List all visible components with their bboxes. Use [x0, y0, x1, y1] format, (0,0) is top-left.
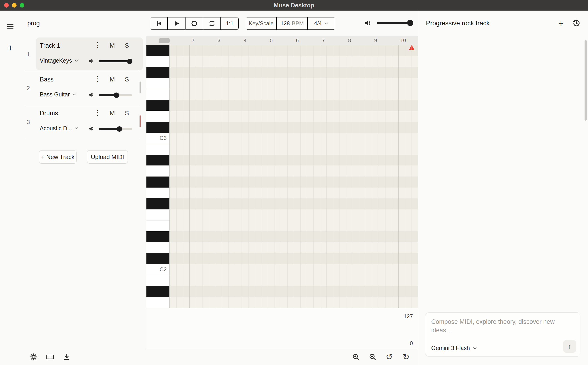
scroll-position-pill[interactable]: [159, 38, 170, 43]
piano-key[interactable]: [146, 275, 169, 286]
track-name[interactable]: Bass: [40, 76, 54, 83]
mute-button[interactable]: M: [110, 42, 115, 49]
piano-key[interactable]: [146, 165, 169, 176]
track-volume-icon[interactable]: [88, 58, 95, 65]
new-track-button[interactable]: + New Track: [39, 150, 77, 164]
track-volume-icon[interactable]: [88, 91, 95, 99]
track-volume-icon[interactable]: [88, 126, 95, 133]
track-volume-slider[interactable]: [99, 60, 132, 62]
piano-key[interactable]: C3: [146, 133, 169, 144]
musical-typing-button[interactable]: [45, 352, 55, 362]
track-name[interactable]: Drums: [40, 110, 58, 117]
piano-key[interactable]: [146, 220, 169, 231]
instrument-selector[interactable]: Bass Guitar: [40, 91, 77, 98]
time-signature-selector[interactable]: 4/4: [308, 17, 335, 30]
menu-button[interactable]: [5, 21, 16, 32]
zoom-window-button[interactable]: [20, 3, 24, 7]
piano-key[interactable]: [146, 67, 169, 78]
track-menu-icon[interactable]: ⋮: [94, 41, 101, 49]
track-row[interactable]: 3Drums⋮MSAcoustic D...: [21, 105, 146, 139]
minimize-window-button[interactable]: [12, 3, 17, 7]
piano-key[interactable]: [146, 242, 169, 253]
model-selector[interactable]: Gemini 3 Flash: [431, 345, 477, 351]
piano-key[interactable]: [146, 231, 169, 242]
bar-number: 8: [348, 36, 351, 45]
upload-midi-button[interactable]: Upload MIDI: [87, 150, 128, 164]
zoom-in-button[interactable]: [351, 352, 361, 362]
history-button[interactable]: [572, 19, 580, 28]
settings-button[interactable]: [28, 352, 39, 362]
track-menu-icon[interactable]: ⋮: [94, 75, 101, 83]
bpm-control[interactable]: 128 BPM: [277, 17, 308, 30]
master-volume-knob[interactable]: [407, 20, 413, 26]
send-button[interactable]: ↑: [563, 340, 576, 353]
instrument-selector[interactable]: VintageKeys: [40, 57, 79, 64]
master-volume-slider[interactable]: [377, 22, 412, 24]
close-window-button[interactable]: [4, 3, 9, 7]
skip-to-start-button[interactable]: [150, 17, 168, 30]
scrollbar-thumb[interactable]: [585, 40, 587, 121]
gear-icon: [30, 353, 37, 361]
project-name[interactable]: prog: [27, 11, 40, 36]
track-volume-knob[interactable]: [127, 59, 132, 64]
record-button[interactable]: [185, 17, 203, 30]
piano-key[interactable]: [146, 155, 169, 166]
zoom-ratio-button[interactable]: 1:1: [221, 17, 239, 30]
piano-key[interactable]: [146, 78, 169, 89]
track-volume-knob[interactable]: [114, 92, 119, 98]
instrument-name: Bass Guitar: [40, 91, 70, 98]
piano-key[interactable]: [146, 111, 169, 122]
timeline-ruler[interactable]: 2345678910: [146, 36, 418, 45]
export-midi-button[interactable]: [61, 352, 72, 362]
piano-key[interactable]: [146, 176, 169, 188]
playhead-marker-icon[interactable]: [409, 45, 414, 50]
velocity-lane[interactable]: 127 0: [146, 308, 418, 349]
track-volume-slider[interactable]: [99, 128, 132, 130]
solo-button[interactable]: S: [125, 76, 129, 83]
track-volume-slider[interactable]: [99, 94, 132, 96]
piano-key[interactable]: [146, 286, 169, 297]
master-volume-icon[interactable]: [364, 19, 372, 28]
loop-button[interactable]: [203, 17, 221, 30]
history-icon: [572, 19, 580, 27]
solo-button[interactable]: S: [125, 110, 129, 117]
undo-icon: ↺: [386, 352, 393, 362]
key-label: C3: [160, 135, 167, 141]
track-row[interactable]: 2Bass⋮MSBass Guitar: [21, 71, 146, 105]
piano-key[interactable]: [146, 89, 169, 100]
new-chat-button[interactable]: +: [557, 18, 565, 28]
redo-button[interactable]: ↻: [401, 352, 411, 362]
undo-button[interactable]: ↺: [384, 352, 394, 362]
piano-key[interactable]: [146, 188, 169, 199]
piano-key[interactable]: [146, 122, 169, 133]
mute-button[interactable]: M: [110, 76, 115, 83]
zoom-in-icon: [352, 353, 359, 361]
note-grid[interactable]: [170, 45, 418, 308]
composer-input[interactable]: Compose MIDI, explore theory, discover n…: [431, 318, 561, 335]
piano-key[interactable]: C2: [146, 264, 169, 275]
piano-key[interactable]: [146, 100, 169, 111]
piano-key[interactable]: [146, 198, 169, 210]
instrument-selector[interactable]: Acoustic D...: [40, 125, 79, 132]
piano-key[interactable]: [146, 297, 169, 308]
new-project-button[interactable]: +: [5, 43, 16, 53]
key-label: C2: [160, 266, 167, 273]
mute-button[interactable]: M: [110, 110, 115, 117]
tempo-controls: Key/Scale 128 BPM 4/4: [246, 17, 335, 30]
track-menu-icon[interactable]: ⋮: [94, 108, 101, 117]
solo-button[interactable]: S: [125, 42, 129, 49]
piano-key[interactable]: [146, 253, 169, 264]
piano-key[interactable]: [146, 210, 169, 220]
chevron-down-icon: [473, 346, 477, 351]
play-button[interactable]: [168, 17, 185, 30]
piano-key[interactable]: [146, 56, 169, 67]
track-volume-knob[interactable]: [117, 126, 122, 132]
chevron-down-icon: [74, 126, 79, 131]
track-name[interactable]: Track 1: [40, 42, 60, 49]
velocity-stems[interactable]: [170, 308, 418, 349]
piano-key[interactable]: [146, 144, 169, 155]
key-scale-button[interactable]: Key/Scale: [246, 17, 277, 30]
piano-key[interactable]: [146, 45, 169, 56]
track-row[interactable]: 1Track 1⋮MSVintageKeys: [21, 37, 146, 71]
zoom-out-button[interactable]: [367, 352, 378, 362]
